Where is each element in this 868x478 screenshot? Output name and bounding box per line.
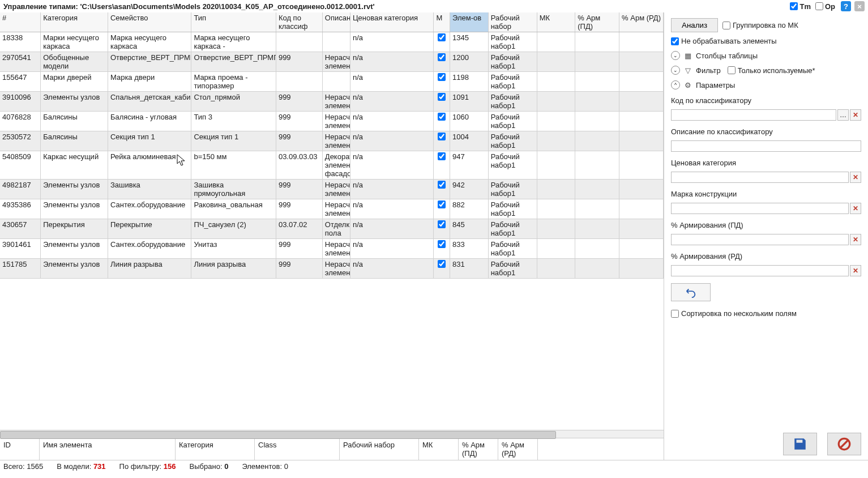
param-armpd-clear[interactable]: ✕ (850, 234, 861, 245)
detail-col-header: % Арм (РД) (498, 438, 538, 460)
col-header[interactable]: Ценовая категория (350, 12, 433, 32)
param-mk-input[interactable] (671, 203, 849, 214)
col-header[interactable]: Описание (322, 12, 350, 32)
op-checkbox[interactable]: Op (815, 2, 835, 11)
param-armrd-clear[interactable]: ✕ (850, 265, 861, 276)
table-row[interactable]: 151785Элементы узловЛиния разрываЛиния р… (0, 259, 664, 279)
table-row[interactable]: 4982187Элементы узловЗашивкаЗашивка прям… (0, 180, 664, 199)
col-header[interactable]: МК (537, 12, 575, 32)
filter-section-label: Фильтр (696, 66, 721, 75)
params-section-label: Параметры (696, 81, 735, 89)
m-checkbox[interactable] (438, 133, 446, 140)
param-armpd-label: % Армирования (ПД) (671, 221, 861, 229)
grid-icon: ▦ (683, 51, 692, 60)
m-checkbox[interactable] (438, 152, 446, 160)
m-checkbox[interactable] (438, 93, 446, 101)
detail-col-header: % Арм (ПД) (459, 438, 498, 460)
status-bar: Всего: 1565 В модели: 731 По фильтру: 15… (0, 460, 868, 472)
col-header[interactable]: М (434, 12, 450, 32)
table-row[interactable]: 4076828БалясиныБалясина - угловаяТип 399… (0, 112, 664, 131)
param-price-label: Ценовая категория (671, 159, 861, 167)
m-checkbox[interactable] (438, 260, 446, 268)
m-checkbox[interactable] (438, 220, 446, 228)
sort-multi-checkbox[interactable]: Сортировка по нескольким полям (671, 309, 861, 318)
help-icon[interactable]: ? (841, 1, 851, 11)
table-row[interactable]: 3910096Элементы узловСпальня_детская_каб… (0, 92, 664, 112)
param-armrd-label: % Армирования (РД) (671, 252, 861, 261)
tm-checkbox[interactable]: Tm (790, 2, 811, 11)
col-header[interactable]: Категория (41, 12, 108, 32)
m-checkbox[interactable] (438, 73, 446, 81)
param-armpd-input[interactable] (671, 234, 849, 245)
filter-section-toggle[interactable]: ⌄ (671, 66, 680, 75)
analyze-button[interactable]: Анализ (671, 18, 718, 32)
group-by-mk-checkbox[interactable]: Группировка по МК (722, 21, 798, 29)
param-price-input[interactable] (671, 172, 849, 183)
param-desc-input[interactable] (671, 140, 861, 152)
col-header[interactable]: % Арм (ПД) (575, 12, 619, 32)
m-checkbox[interactable] (438, 33, 446, 41)
m-checkbox[interactable] (438, 181, 446, 189)
columns-section-label: Столбцы таблицы (696, 52, 758, 60)
columns-section-toggle[interactable]: ⌄ (671, 51, 680, 60)
param-code-label: Код по классификатору (671, 96, 861, 105)
col-header[interactable]: Код по классиф (276, 12, 322, 32)
col-header[interactable]: Рабочий набор (488, 12, 537, 32)
table-row[interactable]: 4935386Элементы узловСантех.оборудование… (0, 199, 664, 219)
m-checkbox[interactable] (438, 240, 446, 248)
col-header[interactable]: Тип (191, 12, 276, 32)
sliders-icon: ⚙ (683, 80, 692, 89)
detail-col-header: Class (255, 438, 340, 460)
close-icon[interactable]: × (854, 1, 865, 11)
param-code-input[interactable] (671, 109, 836, 121)
m-checkbox[interactable] (438, 113, 446, 121)
param-code-clear[interactable]: ✕ (850, 109, 861, 121)
window-title: Управление типами: 'C:\Users\asan\Docume… (3, 2, 375, 11)
detail-col-header: МК (419, 438, 459, 460)
detail-col-header: ID (0, 438, 40, 460)
only-used-checkbox[interactable]: Только используемые* (728, 66, 815, 75)
param-armrd-input[interactable] (671, 265, 849, 276)
table-row[interactable]: 3901461Элементы узловСантех.оборудование… (0, 239, 664, 259)
col-header[interactable]: # (0, 12, 41, 32)
table-row[interactable]: 18338Марки несущего каркасаМарка несущег… (0, 32, 664, 52)
param-mk-clear[interactable]: ✕ (850, 203, 861, 214)
table-row[interactable]: 155647Марки дверейМарка двериМарка проем… (0, 72, 664, 92)
detail-col-header: Рабочий набор (340, 438, 419, 460)
param-desc-label: Описание по классификатору (671, 127, 861, 136)
table-row[interactable]: 430657ПерекрытияПерекрытиеПЧ_санузел (2)… (0, 219, 664, 239)
types-table[interactable]: #КатегорияСемействоТипКод по классифОпис… (0, 12, 664, 279)
param-mk-label: Марка конструкции (671, 190, 861, 198)
horizontal-scrollbar[interactable] (0, 430, 664, 438)
m-checkbox[interactable] (438, 200, 446, 208)
col-header[interactable]: % Арм (РД) (619, 12, 664, 32)
m-checkbox[interactable] (438, 53, 446, 61)
detail-col-header: Имя элемента (40, 438, 176, 460)
undo-button[interactable] (671, 283, 711, 301)
funnel-icon: ▽ (683, 66, 692, 75)
table-row[interactable]: 2970541Обобщенные моделиОтверстие_ВЕРТ_П… (0, 52, 664, 72)
col-header[interactable]: Семейство (108, 12, 191, 32)
table-row[interactable]: 2530572БалясиныСекция тип 1Секция тип 19… (0, 131, 664, 151)
detail-col-header: Категория (176, 438, 255, 460)
svg-line-1 (841, 441, 848, 448)
param-code-browse[interactable]: … (837, 109, 849, 121)
col-header[interactable]: Элем-ов (450, 12, 489, 32)
cancel-button[interactable] (827, 433, 861, 455)
params-section-toggle[interactable]: ^ (671, 80, 680, 89)
save-button[interactable] (783, 433, 817, 455)
param-price-clear[interactable]: ✕ (850, 172, 861, 183)
table-row[interactable]: 5408509Каркас несущийРейка алюминеваяb=1… (0, 151, 664, 180)
no-process-checkbox[interactable]: Не обрабатывать элементы (671, 37, 861, 45)
detail-header-row: IDИмя элементаКатегорияClassРабочий набо… (0, 438, 664, 460)
